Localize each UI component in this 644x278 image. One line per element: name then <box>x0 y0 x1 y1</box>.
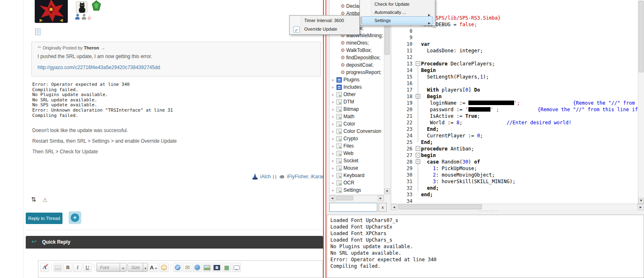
expander-icon[interactable] <box>332 76 336 84</box>
user-online-icon[interactable] <box>75 13 80 20</box>
editor-hscrollbar[interactable] <box>391 204 644 210</box>
function-list-item[interactable]: WalkToBox; <box>330 47 390 54</box>
scroll-left-button[interactable] <box>391 204 397 210</box>
user-avatar-small[interactable] <box>76 1 87 13</box>
insert-quote-button[interactable] <box>232 263 241 272</box>
function-search-input[interactable] <box>329 203 377 212</box>
debug-console[interactable]: Loaded Font UpChars07_sLoaded Font UpCha… <box>327 215 644 278</box>
add-reply-button[interactable]: + <box>69 211 81 224</box>
editor-vscrollbar[interactable] <box>638 0 644 204</box>
function-list-category-dtm[interactable]: DTM <box>330 98 390 105</box>
expander-icon[interactable] <box>332 127 336 135</box>
function-list-category-includes[interactable]: Includes <box>330 83 390 91</box>
expander-icon[interactable] <box>332 98 336 106</box>
function-list-category-bitmap[interactable]: Bitmap <box>330 105 390 113</box>
expander-icon[interactable] <box>332 135 336 143</box>
function-list-item[interactable]: mineOres; <box>330 39 390 47</box>
function-list-category-ocr[interactable]: OCR <box>330 179 390 186</box>
quick-reply-editor[interactable]: A B I U Font Size A <box>38 260 323 278</box>
expander-icon[interactable] <box>332 90 336 99</box>
submenu-item-override-update[interactable]: Override Update <box>291 25 358 34</box>
expander-icon[interactable] <box>332 186 336 194</box>
size-select[interactable]: Size <box>127 263 148 272</box>
signature-link[interactable]: iAlch <box>260 174 271 179</box>
expander-icon[interactable] <box>332 157 336 165</box>
function-list-category-settings[interactable]: Settings <box>330 186 390 194</box>
attach-image-button[interactable] <box>53 263 62 272</box>
submenu-item-timer-interval-3600[interactable]: Timer Interval: 3600 <box>291 16 358 25</box>
badge-avatar[interactable] <box>91 0 101 11</box>
function-list-item[interactable]: progressReport; <box>330 69 390 76</box>
scroll-down-button[interactable] <box>638 198 644 204</box>
function-list-category-string[interactable]: String <box>330 194 390 194</box>
function-list-hscrollbar[interactable] <box>329 195 384 201</box>
quote-author[interactable]: Theron <box>84 45 99 50</box>
expander-icon[interactable] <box>332 171 336 179</box>
menu-item-automatically[interactable]: Automatically ... <box>361 8 433 16</box>
expander-icon[interactable] <box>332 120 336 128</box>
redacted-text <box>468 101 514 105</box>
scroll-right-button[interactable] <box>378 195 384 201</box>
insert-image-button[interactable] <box>203 263 212 272</box>
scrollbar-thumb[interactable] <box>336 196 353 200</box>
function-list-category-color-conversion[interactable]: Color Conversion <box>330 128 390 135</box>
smiley-button[interactable] <box>159 263 169 272</box>
reply-to-thread-button[interactable]: Reply to Thread <box>26 213 62 224</box>
function-list-category-keyboard[interactable]: Keyboard <box>330 172 390 179</box>
function-list-vscrollbar[interactable] <box>384 0 390 194</box>
function-list-item[interactable]: findDepositBox; <box>330 54 390 61</box>
code-editor[interactable]: 6 {$i SPS/lib/SPS-RS3.Simba}7ABLE_DEBUG … <box>391 0 638 204</box>
function-list-category-math[interactable]: Math <box>330 113 390 120</box>
insert-video-button[interactable] <box>212 263 221 272</box>
fold-collapse-icon[interactable] <box>416 146 420 151</box>
report-post-icon[interactable] <box>42 196 48 204</box>
underline-button[interactable]: U <box>83 263 92 272</box>
user-offline-icon[interactable] <box>81 13 87 20</box>
bold-button[interactable]: B <box>63 263 72 272</box>
italic-button[interactable]: I <box>73 263 82 272</box>
signature-link[interactable]: iFlyFisher, iKaran <box>287 174 323 179</box>
email-button[interactable] <box>183 263 192 272</box>
function-list-category-other[interactable]: Other <box>330 91 390 98</box>
unlink-button[interactable] <box>193 263 202 272</box>
scroll-down-button[interactable] <box>384 188 390 194</box>
font-color-button[interactable]: A <box>149 263 158 272</box>
scroll-right-button[interactable] <box>637 204 644 210</box>
navigate-posts-icon[interactable] <box>31 196 36 203</box>
attachment-page-icon[interactable] <box>35 29 40 35</box>
function-list-category-color[interactable]: Color <box>330 120 390 128</box>
scroll-left-button[interactable] <box>329 195 335 201</box>
panel-splitter[interactable] <box>470 209 506 213</box>
user-avatar[interactable] <box>35 0 68 23</box>
menu-item-check-for-update[interactable]: Check for Update <box>361 0 433 8</box>
expander-icon[interactable] <box>332 83 336 91</box>
fold-collapse-icon[interactable] <box>416 61 420 66</box>
expander-icon[interactable] <box>332 193 336 194</box>
fold-collapse-icon[interactable] <box>416 153 420 157</box>
editor-mode-button[interactable]: A <box>40 263 49 272</box>
expander-icon[interactable] <box>332 142 336 150</box>
function-list-category-socket[interactable]: Socket <box>330 157 390 164</box>
font-select[interactable]: Font <box>96 263 127 272</box>
quoted-link[interactable]: http://gyazo.com/c22716f4e43a5e29420c738… <box>38 65 315 70</box>
scrollbar-thumb[interactable] <box>639 1 644 72</box>
function-list-category-files[interactable]: Files <box>330 142 390 150</box>
expander-icon[interactable] <box>332 179 336 187</box>
expander-icon[interactable] <box>332 112 336 121</box>
expander-icon[interactable] <box>332 149 336 157</box>
code-line: 22 World := 8; //Enter desired world! <box>391 119 638 126</box>
expander-icon[interactable] <box>332 105 336 113</box>
function-list-category-crypto[interactable]: Crypto <box>330 135 390 142</box>
insert-link-button[interactable] <box>173 263 182 272</box>
function-list-category-web[interactable]: Web <box>330 150 390 157</box>
insert-table-button[interactable] <box>222 263 231 272</box>
menu-item-settings[interactable]: Settings <box>361 16 433 25</box>
goto-post-icon[interactable] <box>99 45 105 50</box>
function-list-category-plugins[interactable]: Plugins <box>330 76 390 83</box>
function-list-category-mouse[interactable]: Mouse <box>330 164 390 172</box>
function-list-item[interactable]: depositCoal; <box>330 61 390 69</box>
expander-icon[interactable] <box>332 164 336 172</box>
clear-search-button[interactable]: x <box>379 203 387 212</box>
code-text: var <box>421 41 430 47</box>
scrollbar-thumb[interactable] <box>398 204 482 209</box>
